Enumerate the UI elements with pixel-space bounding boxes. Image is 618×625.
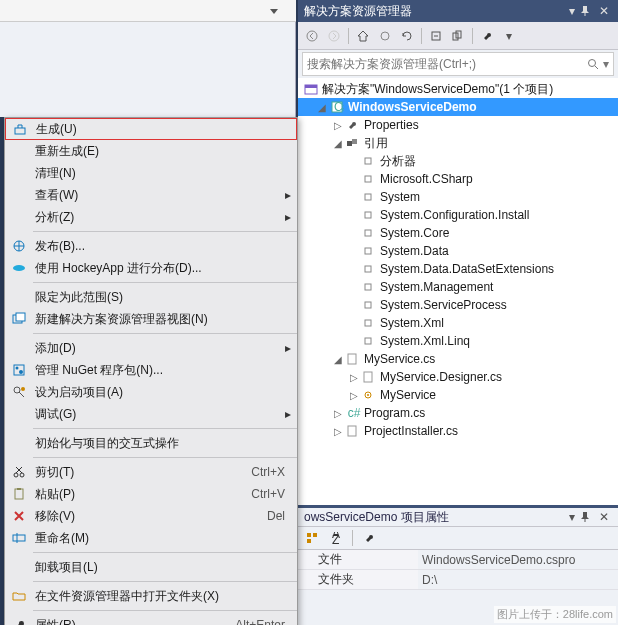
folder-icon <box>9 589 29 603</box>
menu-label: 属性(R) <box>29 617 235 626</box>
close-icon[interactable]: ✕ <box>596 510 612 524</box>
property-row[interactable]: 文件夹 D:\ <box>298 570 618 590</box>
menu-separator <box>33 457 297 458</box>
reference-icon <box>362 155 378 167</box>
menu-item[interactable]: 属性(R)Alt+Enter <box>5 614 297 625</box>
dropdown-icon[interactable] <box>270 7 278 15</box>
project-node[interactable]: ◢ C# WindowsServiceDemo <box>298 98 618 116</box>
cs-file-icon <box>346 425 362 437</box>
dropdown-icon[interactable]: ▾ <box>564 4 580 18</box>
menu-item[interactable]: 新建解决方案资源管理器视图(N) <box>5 308 297 330</box>
properties-node[interactable]: ▷ Properties <box>298 116 618 134</box>
svg-line-7 <box>595 66 598 69</box>
menu-shortcut: Alt+Enter <box>235 618 285 625</box>
menu-shortcut: Ctrl+V <box>251 487 285 501</box>
collapse-icon[interactable] <box>426 26 446 46</box>
wrench-icon <box>9 618 29 625</box>
expand-icon[interactable]: ▷ <box>348 390 360 401</box>
reference-node[interactable]: System.Data <box>298 242 618 260</box>
menu-item[interactable]: 卸载项目(L) <box>5 556 297 578</box>
pin-icon[interactable] <box>580 512 596 522</box>
collapse-icon[interactable]: ◢ <box>316 102 328 113</box>
menu-item[interactable]: 调试(G)▸ <box>5 403 297 425</box>
tree-label: System.Core <box>380 226 449 240</box>
preview-icon[interactable]: ▾ <box>499 26 519 46</box>
menu-item[interactable]: 发布(B)... <box>5 235 297 257</box>
menu-item[interactable]: 清理(N) <box>5 162 297 184</box>
menu-label: 移除(V) <box>29 508 267 525</box>
properties-titlebar[interactable]: owsServiceDemo 项目属性 ▾ ✕ <box>298 508 618 526</box>
menu-item[interactable]: 初始化与项目的交互式操作 <box>5 432 297 454</box>
menu-item[interactable]: 粘贴(P)Ctrl+V <box>5 483 297 505</box>
menu-label: 新建解决方案资源管理器视图(N) <box>29 311 285 328</box>
reference-node[interactable]: System.Data.DataSetExtensions <box>298 260 618 278</box>
categorize-icon[interactable] <box>302 528 322 548</box>
close-icon[interactable]: ✕ <box>596 4 612 18</box>
tree-label: System.Xml.Linq <box>380 334 470 348</box>
sync-icon[interactable] <box>375 26 395 46</box>
reference-node[interactable]: System.Management <box>298 278 618 296</box>
reference-node[interactable]: System.Core <box>298 224 618 242</box>
menu-item[interactable]: 移除(V)Del <box>5 505 297 527</box>
menu-item[interactable]: 添加(D)▸ <box>5 337 297 359</box>
expand-icon[interactable]: ▷ <box>332 408 344 419</box>
reference-icon <box>362 335 378 347</box>
reference-node[interactable]: System <box>298 188 618 206</box>
collapse-icon[interactable]: ◢ <box>332 354 344 365</box>
home-icon[interactable] <box>353 26 373 46</box>
properties-icon[interactable] <box>477 26 497 46</box>
dropdown-icon[interactable]: ▾ <box>564 510 580 524</box>
solution-node[interactable]: 解决方案"WindowsServiceDemo"(1 个项目) <box>298 80 618 98</box>
search-box[interactable]: ▾ <box>302 52 614 76</box>
menu-separator <box>33 282 297 283</box>
property-row[interactable]: 文件 WindowsServiceDemo.cspro <box>298 550 618 570</box>
refresh-icon[interactable] <box>397 26 417 46</box>
menu-item[interactable]: 重新生成(E) <box>5 140 297 162</box>
file-node[interactable]: ▷ ProjectInstaller.cs <box>298 422 618 440</box>
submenu-arrow-icon: ▸ <box>285 188 291 202</box>
file-node[interactable]: ◢ MyService.cs <box>298 350 618 368</box>
reference-node[interactable]: System.Configuration.Install <box>298 206 618 224</box>
menu-item[interactable]: 分析(Z)▸ <box>5 206 297 228</box>
expand-icon[interactable]: ▷ <box>332 426 344 437</box>
references-node[interactable]: ◢ 引用 <box>298 134 618 152</box>
search-input[interactable] <box>307 57 587 71</box>
menu-item[interactable]: 限定为此范围(S) <box>5 286 297 308</box>
tree-label: MyService.cs <box>364 352 435 366</box>
component-node[interactable]: ▷ MyService <box>298 386 618 404</box>
reference-node[interactable]: System.Xml.Linq <box>298 332 618 350</box>
back-icon[interactable] <box>302 26 322 46</box>
expand-icon[interactable]: ▷ <box>348 372 360 383</box>
dropdown-icon[interactable]: ▾ <box>603 57 609 71</box>
reference-node[interactable]: System.ServiceProcess <box>298 296 618 314</box>
forward-icon[interactable] <box>324 26 344 46</box>
reference-node[interactable]: 分析器 <box>298 152 618 170</box>
menu-label: 发布(B)... <box>29 238 285 255</box>
property-name: 文件夹 <box>298 570 418 589</box>
wrench-icon[interactable] <box>359 528 379 548</box>
pin-icon[interactable] <box>580 6 596 16</box>
showall-icon[interactable] <box>448 26 468 46</box>
panel-titlebar[interactable]: 解决方案资源管理器 ▾ ✕ <box>298 0 618 22</box>
file-node[interactable]: ▷ MyService.Designer.cs <box>298 368 618 386</box>
collapse-icon[interactable]: ◢ <box>332 138 344 149</box>
reference-node[interactable]: System.Xml <box>298 314 618 332</box>
menu-item[interactable]: 管理 NuGet 程序包(N)... <box>5 359 297 381</box>
svg-rect-21 <box>365 284 371 290</box>
tree-label: System.Data <box>380 244 449 258</box>
property-value[interactable]: D:\ <box>418 570 618 589</box>
menu-item[interactable]: 生成(U) <box>5 118 297 140</box>
property-value[interactable]: WindowsServiceDemo.cspro <box>418 550 618 569</box>
expand-icon[interactable]: ▷ <box>332 120 344 131</box>
menu-item[interactable]: 使用 HockeyApp 进行分布(D)... <box>5 257 297 279</box>
file-node[interactable]: ▷ c# Program.cs <box>298 404 618 422</box>
alphabetical-icon[interactable]: AZ <box>326 528 346 548</box>
menu-item[interactable]: 在文件资源管理器中打开文件夹(X) <box>5 585 297 607</box>
reference-node[interactable]: Microsoft.CSharp <box>298 170 618 188</box>
menu-item[interactable]: 剪切(T)Ctrl+X <box>5 461 297 483</box>
search-icon[interactable] <box>587 58 599 70</box>
menu-item[interactable]: 设为启动项目(A) <box>5 381 297 403</box>
menu-item[interactable]: 重命名(M) <box>5 527 297 549</box>
tree-label: System.Management <box>380 280 493 294</box>
menu-item[interactable]: 查看(W)▸ <box>5 184 297 206</box>
